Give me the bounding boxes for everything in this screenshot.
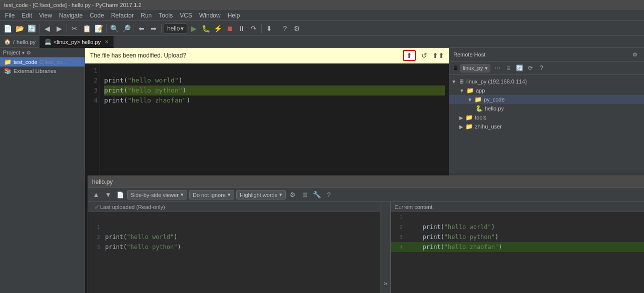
code-line-2: print("hello world") [104, 76, 445, 86]
viewer-mode-dropdown[interactable]: Side-by-side viewer ▾ [127, 190, 187, 200]
host-dropdown[interactable]: linux_py ▾ [460, 64, 490, 72]
diff-gear-btn[interactable]: 🔧 [312, 190, 322, 200]
code-line-1 [104, 66, 445, 76]
rt-py-code-folder[interactable]: ▼ 📁 py_code [449, 95, 644, 104]
tab-close-btn[interactable]: ✕ [105, 39, 109, 44]
copy-btn[interactable]: 📋 [81, 23, 92, 34]
sep4 [134, 24, 134, 33]
remote-host-selector: 🖥 linux_py ▾ ⋯ ≡ 🔄 ⟳ ? [449, 62, 644, 75]
main-layout: Project ▾ ⚙ 📁 test_code C:\test_co... 📚 … [0, 48, 644, 293]
diff-right-code[interactable]: 1 2 print("hello world") 3 print [391, 212, 645, 293]
open-btn[interactable]: 📂 [14, 23, 25, 34]
nav-back-btn[interactable]: ⬅ [136, 23, 147, 34]
diff-right-label: Current content [395, 204, 433, 210]
host-dropdown-chevron: ▾ [485, 65, 488, 72]
menu-help[interactable]: Help [225, 11, 243, 20]
zhihu-folder-icon: 📁 [465, 123, 473, 130]
project-dropdown-icon[interactable]: ▾ [22, 50, 25, 56]
menu-file[interactable]: File [2, 11, 18, 20]
vcs-update-btn[interactable]: ⬇ [264, 23, 275, 34]
diff-apply-btn[interactable]: 📄 [115, 190, 125, 200]
diff-dialog: hello.py ─ □ ✕ ▲ ▼ 📄 Side-by-side viewer… [88, 176, 644, 293]
pause-btn[interactable]: ⏸ [236, 23, 247, 34]
upload-all-btn[interactable]: ⬆⬆ [433, 50, 444, 61]
hello-file-icon: 🐍 [475, 105, 483, 112]
rt-hello-label: hello.py [485, 106, 504, 112]
rp-refresh-btn[interactable]: 🔄 [514, 63, 524, 73]
menu-code[interactable]: Code [87, 11, 107, 20]
debug-btn[interactable]: 🐛 [200, 23, 211, 34]
revert-btn[interactable]: ↺ [419, 50, 430, 61]
pycode-folder-icon: 📁 [474, 96, 482, 103]
ignore-mode-dropdown[interactable]: Do not ignore ▾ [189, 190, 234, 200]
diff-help-btn[interactable]: ? [324, 190, 334, 200]
help-btn[interactable]: ? [279, 23, 290, 34]
diff-prev-btn[interactable]: ▲ [91, 190, 101, 200]
rt-expand-arrow: ▼ [451, 79, 456, 84]
paste-btn[interactable]: 📝 [93, 23, 104, 34]
forward-btn[interactable]: ▶ [54, 23, 65, 34]
rp-help-btn[interactable]: ? [536, 63, 546, 73]
panel-settings-icon[interactable]: ⚙ [27, 50, 31, 56]
menu-window[interactable]: Window [196, 11, 224, 20]
nav-fwd-btn[interactable]: ➡ [148, 23, 159, 34]
rt-zhihu-arrow: ▶ [459, 124, 463, 130]
diff-grid-btn[interactable]: ⊞ [300, 190, 310, 200]
diff-left-ln-2: 2 [88, 234, 103, 240]
diff-settings-btn[interactable]: ⚙ [288, 190, 298, 200]
search-btn[interactable]: 🔍 [109, 23, 120, 34]
rt-server[interactable]: ▼ 🖥 linux_py (192.168.0.114) [449, 77, 644, 86]
upload-btn[interactable]: ⬆ [403, 50, 416, 61]
run-config[interactable]: hello ▾ [164, 24, 187, 34]
menu-run[interactable]: Run [138, 11, 155, 20]
rp-expand-btn[interactable]: ⋯ [492, 63, 502, 73]
diff-right-pane: Current content 1 2 print("hello world") [391, 202, 645, 293]
step-over-btn[interactable]: ↷ [248, 23, 259, 34]
diff-next-btn[interactable]: ▼ [103, 190, 113, 200]
tree-item-external-libraries[interactable]: 📚 External Libraries [0, 66, 85, 76]
run-config-label: hello [167, 25, 180, 32]
breadcrumb-item[interactable]: hello.py [17, 39, 36, 45]
diff-left-line-2: 2 print("hello world") [88, 232, 380, 242]
sep5 [161, 24, 162, 33]
stop-btn[interactable]: ⏹ [224, 23, 235, 34]
rt-tools-folder[interactable]: ▶ 📁 tools [449, 113, 644, 122]
replace-btn[interactable]: 🔎 [121, 23, 132, 34]
cut-btn[interactable]: ✂ [69, 23, 80, 34]
rt-hello-file[interactable]: 🐍 hello.py [449, 104, 644, 113]
diff-right-header: Current content [391, 202, 645, 212]
sync-btn[interactable]: 🔄 [26, 23, 37, 34]
remote-panel-header: Remote Host ⚙ [449, 48, 644, 62]
menu-vcs[interactable]: VCS [177, 11, 195, 20]
rt-zhihu-label: zhihu_user [475, 124, 502, 130]
back-btn[interactable]: ◀ [42, 23, 53, 34]
tab-label: <linux_py> hello.py [54, 39, 101, 45]
rp-settings-btn[interactable]: ⚙ [630, 50, 640, 60]
menu-edit[interactable]: Edit [19, 11, 35, 20]
tree-item-test-code[interactable]: 📁 test_code C:\test_co... [0, 58, 85, 66]
run-btn[interactable]: ▶ [188, 23, 199, 34]
highlight-mode-label: Highlight words [240, 192, 277, 198]
menu-tools[interactable]: Tools [156, 11, 176, 20]
editor-tab-hello[interactable]: 💻 <linux_py> hello.py ✕ [40, 36, 114, 48]
rp-align-btn[interactable]: ≡ [503, 63, 513, 73]
highlight-mode-dropdown[interactable]: Highlight words ▾ [236, 190, 286, 200]
diff-left-ln-1: 1 [88, 224, 103, 230]
notification-bar: The file has been modified. Upload? ⬆ ↺ … [85, 48, 449, 64]
diff-right-line-4: 4 print("hello zhaofan") [391, 242, 645, 252]
tab-server-icon: 💻 [45, 38, 52, 45]
rt-zhihu-folder[interactable]: ▶ 📁 zhihu_user [449, 122, 644, 131]
rt-tools-label: tools [475, 114, 486, 120]
rt-app-arrow: ▼ [459, 88, 464, 94]
settings-btn[interactable]: ⚙ [291, 23, 302, 34]
app-folder-icon: 📁 [466, 87, 474, 94]
new-file-btn[interactable]: 📄 [2, 23, 13, 34]
menu-refactor[interactable]: Refactor [108, 11, 137, 20]
rp-sync-btn[interactable]: ⟳ [525, 63, 535, 73]
rt-app-folder[interactable]: ▼ 📁 app [449, 86, 644, 95]
run-cover-btn[interactable]: ⚡ [212, 23, 223, 34]
viewer-mode-label: Side-by-side viewer [131, 192, 179, 198]
menu-navigate[interactable]: Navigate [56, 11, 86, 20]
diff-left-code[interactable]: 1 2 print("hello world") 3 print("hello … [88, 212, 380, 293]
menu-view[interactable]: View [36, 11, 55, 20]
